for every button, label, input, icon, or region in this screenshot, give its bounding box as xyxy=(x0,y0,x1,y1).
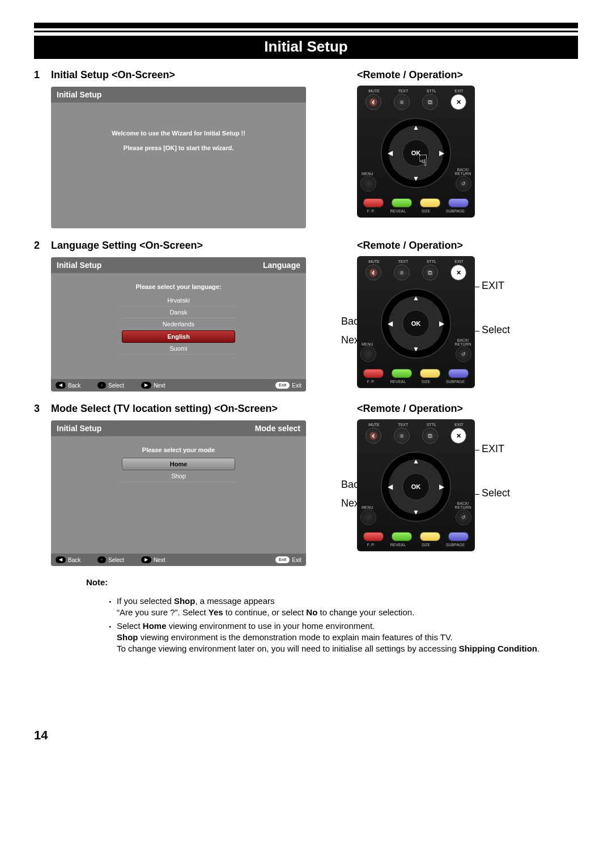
rm-lbl-text: TEXT xyxy=(398,259,408,263)
menu-button[interactable] xyxy=(360,509,376,525)
back-label: BACK/RETURN xyxy=(453,502,473,509)
exit-button[interactable]: ✕ xyxy=(450,94,466,110)
rule-top-thick xyxy=(34,23,578,28)
lang-item[interactable]: Hrvatski xyxy=(122,295,235,307)
blue-button[interactable] xyxy=(448,532,469,541)
arrow-up-icon: ▲ xyxy=(413,124,419,131)
ok-button[interactable]: OK xyxy=(402,310,430,337)
nav-ring[interactable]: ▲ ▼ ◀ ▶ OK xyxy=(381,452,451,522)
step2-osd-right: Language xyxy=(263,261,300,270)
sttl-button[interactable]: ⧉ xyxy=(422,265,438,280)
back-label: BACK/RETURN xyxy=(453,339,473,346)
green-button[interactable] xyxy=(392,198,412,207)
rm-lbl-sttl: STTL xyxy=(427,89,436,93)
page-number: 14 xyxy=(34,728,578,743)
mode-item-selected[interactable]: Home xyxy=(122,458,235,470)
back-return-button[interactable]: ↺ xyxy=(456,346,471,362)
osd-footer: Back ◦Select Next ExitExit xyxy=(51,379,306,392)
step1-osd-title: Initial Setup xyxy=(57,90,101,99)
rm-lbl-reveal: REVEAL xyxy=(390,380,406,384)
arrow-down-icon: ▼ xyxy=(413,345,419,353)
lang-prompt: Please select your language: xyxy=(59,283,298,290)
rm-lbl-mute: MUTE xyxy=(368,259,380,263)
note-item: If you selected Shop, a message appears … xyxy=(109,595,578,619)
rm-lbl-size: SIZE xyxy=(422,209,431,213)
step1-osd: Initial Setup Welcome to use the Wizard … xyxy=(51,87,306,228)
callout-select: Select xyxy=(482,324,510,336)
sttl-button[interactable]: ⧉ xyxy=(422,94,438,110)
remote-illustration-1: MUTE TEXT STTL EXIT 🔇 ≡ ⧉ ✕ ▲ xyxy=(357,86,475,218)
red-button[interactable] xyxy=(363,198,384,207)
lang-item[interactable]: Dansk xyxy=(122,307,235,318)
rm-lbl-subpage: SUBPAGE xyxy=(446,209,465,213)
back-pill-icon xyxy=(56,556,66,563)
yellow-button[interactable] xyxy=(420,198,440,207)
menu-label: MENU xyxy=(362,172,373,176)
yellow-button[interactable] xyxy=(420,369,440,378)
footer-exit: Exit xyxy=(292,557,301,563)
rm-lbl-text: TEXT xyxy=(398,89,408,93)
callout-exit: EXIT xyxy=(482,443,504,455)
notes-list: If you selected Shop, a message appears … xyxy=(86,595,578,654)
red-button[interactable] xyxy=(363,532,384,541)
rm-lbl-fp: F. P. xyxy=(367,380,375,384)
step1-number: 1 xyxy=(34,69,44,81)
rule-top-thin xyxy=(34,31,578,32)
blue-button[interactable] xyxy=(448,198,469,207)
ok-button[interactable]: OK xyxy=(402,473,430,500)
language-list[interactable]: Hrvatski Dansk Nederlands English Suomi xyxy=(122,295,235,355)
exit-button[interactable]: ✕ xyxy=(450,428,466,444)
select-pill-icon: ◦ xyxy=(97,556,106,563)
mute-button[interactable]: 🔇 xyxy=(366,265,381,280)
text-button[interactable]: ≡ xyxy=(394,94,410,110)
rm-lbl-fp: F. P. xyxy=(367,543,375,547)
menu-button[interactable] xyxy=(360,346,376,362)
back-return-button[interactable]: ↺ xyxy=(456,176,471,192)
step3-osd-right: Mode select xyxy=(255,424,300,433)
lang-item-selected[interactable]: English xyxy=(122,330,235,343)
rm-lbl-subpage: SUBPAGE xyxy=(446,380,465,384)
blue-button[interactable] xyxy=(448,369,469,378)
exit-button[interactable]: ✕ xyxy=(450,265,466,280)
step1-msg2: Please press [OK] to start the wizard. xyxy=(59,144,298,151)
arrow-up-icon: ▲ xyxy=(413,294,419,302)
rm-lbl-exit: EXIT xyxy=(454,259,464,263)
footer-exit: Exit xyxy=(292,382,301,389)
step2-osd-title: Initial Setup xyxy=(57,261,101,270)
step3-osd-title: Initial Setup xyxy=(57,424,101,433)
rm-lbl-size: SIZE xyxy=(422,380,431,384)
arrow-left-icon: ◀ xyxy=(388,320,393,327)
footer-select: Select xyxy=(108,557,124,563)
step3-heading: Mode Select (TV location setting) <On-Sc… xyxy=(51,403,278,415)
menu-label: MENU xyxy=(362,505,373,509)
step3-osd: Initial Setup Mode select Please select … xyxy=(51,420,306,566)
footer-back: Back xyxy=(68,557,80,563)
mute-button[interactable]: 🔇 xyxy=(366,94,381,110)
nav-ring[interactable]: ▲ ▼ ◀ ▶ OK xyxy=(381,118,451,188)
green-button[interactable] xyxy=(392,532,412,541)
green-button[interactable] xyxy=(392,369,412,378)
step2-number: 2 xyxy=(34,240,44,252)
text-button[interactable]: ≡ xyxy=(394,265,410,280)
sttl-button[interactable]: ⧉ xyxy=(422,428,438,444)
lang-item[interactable]: Suomi xyxy=(122,343,235,355)
footer-next: Next xyxy=(154,382,165,389)
menu-button[interactable] xyxy=(360,176,376,192)
step3-number: 3 xyxy=(34,403,44,415)
text-button[interactable]: ≡ xyxy=(394,428,410,444)
back-return-button[interactable]: ↺ xyxy=(456,509,471,525)
mute-button[interactable]: 🔇 xyxy=(366,428,381,444)
rm-lbl-text: TEXT xyxy=(398,423,408,427)
step1-msg1: Welcome to use the Wizard for Initial Se… xyxy=(59,130,298,137)
mode-item[interactable]: Shop xyxy=(122,470,235,482)
red-button[interactable] xyxy=(363,369,384,378)
arrow-down-icon: ▼ xyxy=(413,175,419,182)
yellow-button[interactable] xyxy=(420,532,440,541)
nav-ring[interactable]: ▲ ▼ ◀ ▶ OK xyxy=(381,288,451,359)
rm-lbl-mute: MUTE xyxy=(368,423,380,427)
osd-footer: Back ◦Select Next ExitExit xyxy=(51,554,306,566)
lang-item[interactable]: Nederlands xyxy=(122,318,235,330)
footer-select: Select xyxy=(108,382,124,389)
rm-lbl-fp: F. P. xyxy=(367,209,375,213)
mode-list[interactable]: Home Shop xyxy=(122,458,235,482)
